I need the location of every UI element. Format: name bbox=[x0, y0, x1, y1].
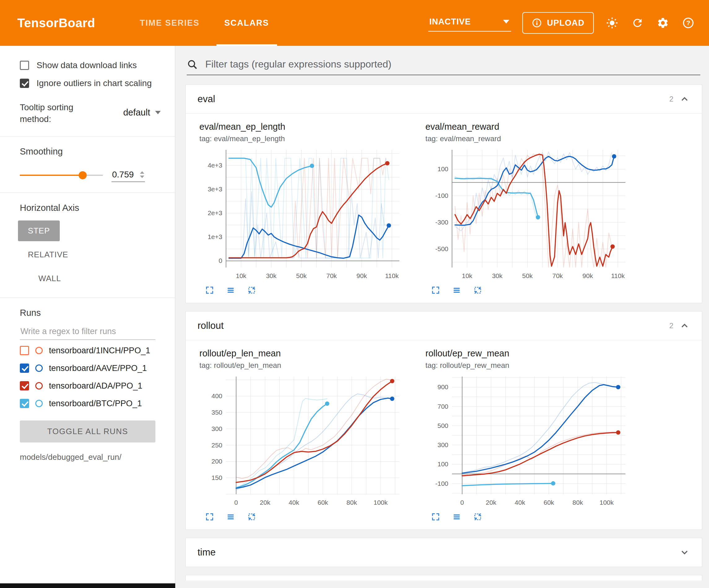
svg-text:10k: 10k bbox=[462, 272, 472, 279]
toggle-y-axis-icon[interactable] bbox=[451, 511, 463, 523]
section-header-eval[interactable]: eval 2 bbox=[186, 85, 702, 113]
svg-text:150: 150 bbox=[211, 474, 222, 481]
chart-svg: 10k30k50k70k90k110k01e+32e+33e+34e+3 bbox=[200, 146, 405, 282]
run-row-ada[interactable]: tensorboard/ADA/PPO_1 bbox=[0, 377, 175, 395]
run-color-swatch[interactable] bbox=[35, 382, 43, 389]
fit-domain-icon[interactable] bbox=[246, 284, 258, 296]
run-color-swatch[interactable] bbox=[35, 400, 43, 407]
toggle-y-axis-icon[interactable] bbox=[225, 284, 237, 296]
svg-text:90k: 90k bbox=[582, 272, 593, 279]
sidebar-divider bbox=[0, 193, 175, 193]
chart-title: rollout/ep_rew_mean bbox=[425, 348, 631, 359]
fit-domain-icon[interactable] bbox=[472, 284, 483, 296]
run-row-1inch[interactable]: tensorboard/1INCH/PPO_1 bbox=[0, 342, 175, 359]
ignore-outliers-row[interactable]: Ignore outliers in chart scaling bbox=[0, 74, 175, 92]
smoothing-label: Smoothing bbox=[0, 145, 175, 158]
axis-step-button[interactable]: STEP bbox=[18, 221, 60, 241]
show-download-links-row[interactable]: Show data download links bbox=[0, 56, 175, 74]
smoothing-slider[interactable] bbox=[20, 175, 103, 176]
svg-text:250: 250 bbox=[211, 441, 222, 449]
section-card-rollout: rollout 2 rollout/ep_len_mean tag: rollo… bbox=[185, 311, 702, 530]
svg-text:60k: 60k bbox=[544, 499, 554, 506]
status-dropdown[interactable]: INACTIVE bbox=[428, 15, 511, 32]
fit-domain-icon[interactable] bbox=[472, 511, 483, 523]
section-header-time[interactable]: time bbox=[186, 538, 702, 567]
run-row-btc[interactable]: tensorboard/BTC/PPO_1 bbox=[0, 395, 175, 412]
next-section-card-edge bbox=[185, 575, 702, 581]
svg-text:300: 300 bbox=[438, 441, 448, 449]
chart-canvas-eval-mean-reward[interactable]: 10k30k50k70k90k110k100-100-300-500 bbox=[425, 146, 631, 283]
chevron-up-icon[interactable] bbox=[679, 320, 690, 331]
chart-block-rollout-ep-rew-mean: rollout/ep_rew_mean tag: rollout/ep_rew_… bbox=[425, 348, 631, 523]
run-checkbox[interactable] bbox=[20, 399, 29, 408]
smoothing-value-field[interactable]: 0.759 bbox=[111, 169, 145, 182]
svg-text:0: 0 bbox=[218, 257, 222, 264]
chevron-down-icon bbox=[503, 20, 509, 24]
section-count: 2 bbox=[669, 322, 674, 330]
tab-bar: TIME SERIES SCALARS bbox=[127, 0, 282, 46]
smoothing-spinners[interactable] bbox=[140, 171, 144, 178]
upload-button[interactable]: UPLOAD bbox=[522, 12, 594, 34]
toggle-y-axis-icon[interactable] bbox=[225, 511, 237, 523]
chart-canvas-rollout-ep-len-mean[interactable]: 020k40k60k80k100k150200250300350400 bbox=[200, 372, 405, 510]
chart-svg: 10k30k50k70k90k110k100-100-300-500 bbox=[425, 146, 631, 282]
run-checkbox[interactable] bbox=[20, 363, 29, 373]
svg-text:50k: 50k bbox=[296, 272, 307, 279]
spinner-up-icon[interactable] bbox=[140, 171, 144, 174]
chart-canvas-eval-mean-ep-length[interactable]: 10k30k50k70k90k110k01e+32e+33e+34e+3 bbox=[200, 146, 405, 283]
brightness-icon[interactable] bbox=[605, 16, 619, 30]
show-download-links-checkbox[interactable] bbox=[20, 61, 29, 70]
axis-relative-button[interactable]: RELATIVE bbox=[18, 244, 78, 265]
tooltip-sorting-dropdown[interactable]: default bbox=[123, 107, 161, 119]
chart-toolbar bbox=[200, 511, 405, 523]
svg-text:50k: 50k bbox=[522, 272, 533, 279]
refresh-icon[interactable] bbox=[630, 16, 645, 30]
section-card-eval: eval 2 eval/mean_ep_length tag: eval/mea… bbox=[185, 84, 702, 303]
toggle-y-axis-icon[interactable] bbox=[451, 284, 463, 296]
status-dropdown-value: INACTIVE bbox=[429, 17, 471, 27]
toggle-all-runs-button[interactable]: TOGGLE ALL RUNS bbox=[20, 420, 155, 442]
axis-wall-button[interactable]: WALL bbox=[28, 268, 71, 289]
run-checkbox[interactable] bbox=[20, 346, 29, 355]
chart-canvas-rollout-ep-rew-mean[interactable]: 020k40k60k80k100k-100100300500700900 bbox=[425, 372, 631, 510]
svg-text:80k: 80k bbox=[346, 499, 357, 506]
section-title: time bbox=[198, 547, 216, 558]
svg-text:700: 700 bbox=[438, 403, 448, 410]
expand-chart-icon[interactable] bbox=[430, 511, 442, 523]
tag-filter-input[interactable] bbox=[205, 58, 700, 70]
chevron-down-icon[interactable] bbox=[679, 547, 690, 558]
tab-scalars[interactable]: SCALARS bbox=[212, 0, 282, 46]
smoothing-slider-thumb[interactable] bbox=[79, 171, 87, 179]
expand-chart-icon[interactable] bbox=[204, 511, 215, 523]
settings-icon[interactable] bbox=[656, 16, 670, 30]
svg-text:20k: 20k bbox=[260, 499, 270, 506]
svg-text:?: ? bbox=[686, 19, 690, 26]
expand-chart-icon[interactable] bbox=[430, 284, 442, 296]
chevron-up-icon[interactable] bbox=[679, 94, 690, 105]
ignore-outliers-checkbox[interactable] bbox=[20, 79, 29, 88]
help-icon[interactable]: ? bbox=[681, 16, 695, 30]
run-color-swatch[interactable] bbox=[35, 347, 43, 354]
tab-time-series[interactable]: TIME SERIES bbox=[127, 0, 212, 46]
section-title: rollout bbox=[198, 320, 224, 331]
fit-domain-icon[interactable] bbox=[246, 511, 258, 523]
run-checkbox[interactable] bbox=[20, 381, 29, 390]
runs-label: Runs bbox=[0, 307, 175, 319]
section-header-rollout[interactable]: rollout 2 bbox=[186, 311, 702, 340]
spinner-down-icon[interactable] bbox=[140, 176, 144, 178]
settings-sidebar: Show data download links Ignore outliers… bbox=[0, 46, 175, 588]
expand-chart-icon[interactable] bbox=[204, 284, 215, 296]
run-color-swatch[interactable] bbox=[35, 364, 43, 372]
run-row-aave[interactable]: tensorboard/AAVE/PPO_1 bbox=[0, 359, 175, 377]
chart-block-eval-mean-ep-length: eval/mean_ep_length tag: eval/mean_ep_le… bbox=[200, 122, 405, 296]
svg-text:100k: 100k bbox=[374, 499, 388, 506]
horizontal-axis-buttons: STEP RELATIVE WALL bbox=[0, 214, 133, 289]
runs-filter-input[interactable] bbox=[20, 324, 155, 340]
section-body-rollout: rollout/ep_len_mean tag: rollout/ep_len_… bbox=[186, 340, 702, 530]
svg-text:20k: 20k bbox=[486, 499, 496, 506]
chart-tag: tag: rollout/ep_len_mean bbox=[200, 361, 405, 370]
appbar-actions: INACTIVE UPLOAD ? bbox=[428, 0, 695, 46]
search-icon bbox=[187, 59, 198, 70]
info-icon bbox=[532, 18, 542, 28]
svg-text:-100: -100 bbox=[435, 480, 448, 487]
